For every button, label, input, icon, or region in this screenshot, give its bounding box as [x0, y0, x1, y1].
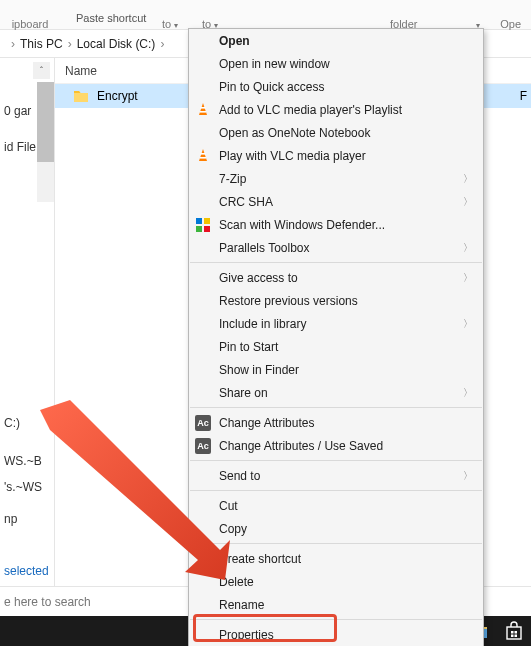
svg-rect-21: [511, 635, 514, 638]
shield-icon: [194, 216, 212, 234]
chevron-right-icon: 〉: [463, 317, 473, 331]
scroll-up-button[interactable]: ˆ: [33, 62, 50, 79]
tree-item[interactable]: C:): [0, 410, 54, 436]
svg-rect-8: [196, 226, 202, 232]
scrollbar[interactable]: [37, 82, 54, 202]
ctx-defender[interactable]: Scan with Windows Defender...: [189, 213, 483, 236]
ctx-copy[interactable]: Copy: [189, 517, 483, 540]
ctx-onenote[interactable]: Open as OneNote Notebook: [189, 121, 483, 144]
svg-rect-1: [201, 107, 206, 109]
ctx-restore-versions[interactable]: Restore previous versions: [189, 289, 483, 312]
store-icon[interactable]: [503, 620, 525, 642]
tree-item[interactable]: np: [0, 506, 54, 532]
svg-rect-2: [200, 111, 206, 113]
chevron-right-icon: 〉: [463, 469, 473, 483]
ctx-properties[interactable]: Properties: [189, 623, 483, 646]
svg-marker-0: [199, 103, 207, 115]
separator: [190, 407, 482, 408]
file-name: Encrypt: [97, 89, 138, 103]
crumb-local-disk[interactable]: Local Disk (C:): [77, 37, 156, 51]
ctx-share-on[interactable]: Share on〉: [189, 381, 483, 404]
svg-rect-18: [507, 627, 521, 639]
ctx-rename[interactable]: Rename: [189, 593, 483, 616]
ctx-create-shortcut[interactable]: Create shortcut: [189, 547, 483, 570]
scrollbar-thumb[interactable]: [37, 82, 54, 162]
ctx-cut[interactable]: Cut: [189, 494, 483, 517]
chevron-right-icon: 〉: [463, 386, 473, 400]
chevron-right-icon: 〉: [463, 271, 473, 285]
search-placeholder: e here to search: [4, 595, 91, 609]
ctx-7zip[interactable]: 7-Zip〉: [189, 167, 483, 190]
crumb-this-pc[interactable]: This PC: [20, 37, 63, 51]
svg-rect-20: [515, 631, 518, 634]
ribbon-clipboard-label: ipboard: [12, 18, 49, 30]
svg-rect-4: [201, 153, 206, 155]
chevron-right-icon: ›: [160, 37, 164, 51]
chevron-right-icon: 〉: [463, 172, 473, 186]
ctx-include-library[interactable]: Include in library〉: [189, 312, 483, 335]
separator: [190, 262, 482, 263]
tree-item[interactable]: WS.~B: [0, 448, 54, 474]
chevron-right-icon: 〉: [463, 195, 473, 209]
ac-icon: Ac: [194, 437, 212, 455]
paste-shortcut-visible[interactable]: Paste shortcut: [70, 10, 152, 26]
ribbon: Paste shortcut ipboard Paste shortcut to…: [0, 0, 531, 30]
svg-marker-3: [199, 149, 207, 161]
nav-tree[interactable]: ˆ 0 gar id File C:) WS.~B 's.~WS np: [0, 58, 55, 586]
status-bar: selected: [0, 564, 49, 586]
ctx-pin-quick-access[interactable]: Pin to Quick access: [189, 75, 483, 98]
svg-rect-5: [200, 157, 206, 159]
ctx-delete[interactable]: Delete: [189, 570, 483, 593]
folder-icon: [73, 89, 89, 103]
file-type: F: [520, 89, 527, 103]
tree-item[interactable]: 's.~WS: [0, 474, 54, 500]
chevron-right-icon: 〉: [463, 241, 473, 255]
ctx-open[interactable]: Open: [189, 29, 483, 52]
ctx-change-attributes-saved[interactable]: Ac Change Attributes / Use Saved: [189, 434, 483, 457]
ctx-pin-start[interactable]: Pin to Start: [189, 335, 483, 358]
separator: [190, 490, 482, 491]
ribbon-open-label[interactable]: Ope: [500, 18, 521, 30]
to-dropdown-1[interactable]: to ▾: [162, 18, 178, 30]
ctx-crc-sha[interactable]: CRC SHA〉: [189, 190, 483, 213]
ac-icon: Ac: [194, 414, 212, 432]
ctx-change-attributes[interactable]: Ac Change Attributes: [189, 411, 483, 434]
svg-rect-9: [204, 226, 210, 232]
svg-rect-7: [204, 218, 210, 224]
ctx-give-access[interactable]: Give access to〉: [189, 266, 483, 289]
svg-rect-19: [511, 631, 514, 634]
ctx-show-finder[interactable]: Show in Finder: [189, 358, 483, 381]
ctx-vlc-play[interactable]: Play with VLC media player: [189, 144, 483, 167]
chevron-right-icon: ›: [11, 37, 15, 51]
ctx-send-to[interactable]: Send to〉: [189, 464, 483, 487]
chevron-right-icon: ›: [68, 37, 72, 51]
vlc-icon: [194, 101, 212, 119]
ctx-vlc-add[interactable]: Add to VLC media player's Playlist: [189, 98, 483, 121]
vlc-icon: [194, 147, 212, 165]
separator: [190, 619, 482, 620]
context-menu: Open Open in new window Pin to Quick acc…: [188, 28, 484, 646]
svg-rect-22: [515, 635, 518, 638]
separator: [190, 460, 482, 461]
ctx-parallels[interactable]: Parallels Toolbox〉: [189, 236, 483, 259]
svg-rect-6: [196, 218, 202, 224]
ctx-open-new-window[interactable]: Open in new window: [189, 52, 483, 75]
separator: [190, 543, 482, 544]
